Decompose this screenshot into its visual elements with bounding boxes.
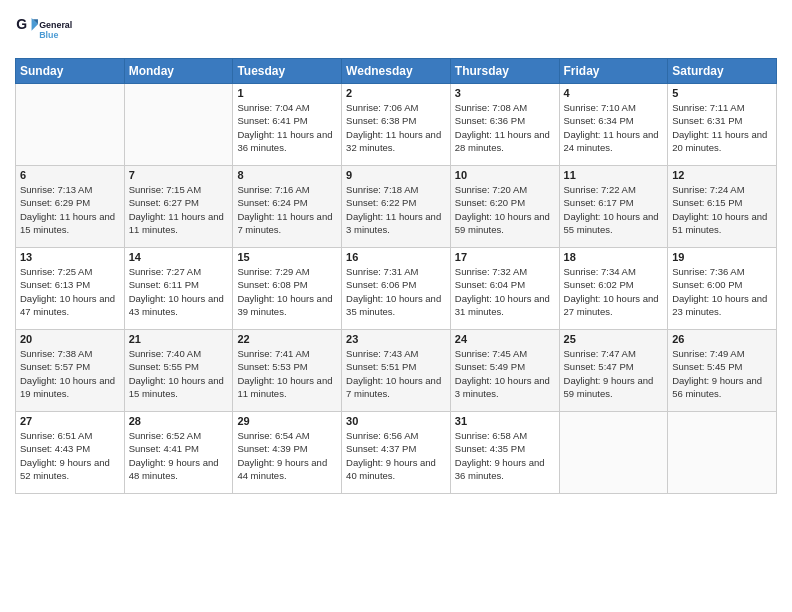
calendar-cell: 26Sunrise: 7:49 AM Sunset: 5:45 PM Dayli… — [668, 330, 777, 412]
calendar-cell — [124, 84, 233, 166]
day-info: Sunrise: 6:54 AM Sunset: 4:39 PM Dayligh… — [237, 429, 337, 482]
day-info: Sunrise: 7:29 AM Sunset: 6:08 PM Dayligh… — [237, 265, 337, 318]
weekday-tuesday: Tuesday — [233, 59, 342, 84]
day-info: Sunrise: 7:20 AM Sunset: 6:20 PM Dayligh… — [455, 183, 555, 236]
logo-svg: General Blue G — [15, 10, 85, 50]
day-info: Sunrise: 7:36 AM Sunset: 6:00 PM Dayligh… — [672, 265, 772, 318]
day-info: Sunrise: 7:43 AM Sunset: 5:51 PM Dayligh… — [346, 347, 446, 400]
svg-text:General: General — [39, 20, 72, 30]
weekday-header-row: SundayMondayTuesdayWednesdayThursdayFrid… — [16, 59, 777, 84]
week-row-1: 1Sunrise: 7:04 AM Sunset: 6:41 PM Daylig… — [16, 84, 777, 166]
week-row-4: 20Sunrise: 7:38 AM Sunset: 5:57 PM Dayli… — [16, 330, 777, 412]
day-number: 13 — [20, 251, 120, 263]
day-number: 14 — [129, 251, 229, 263]
weekday-friday: Friday — [559, 59, 668, 84]
day-info: Sunrise: 7:41 AM Sunset: 5:53 PM Dayligh… — [237, 347, 337, 400]
calendar-cell: 4Sunrise: 7:10 AM Sunset: 6:34 PM Daylig… — [559, 84, 668, 166]
calendar-cell: 3Sunrise: 7:08 AM Sunset: 6:36 PM Daylig… — [450, 84, 559, 166]
day-info: Sunrise: 6:52 AM Sunset: 4:41 PM Dayligh… — [129, 429, 229, 482]
week-row-2: 6Sunrise: 7:13 AM Sunset: 6:29 PM Daylig… — [16, 166, 777, 248]
calendar-cell: 6Sunrise: 7:13 AM Sunset: 6:29 PM Daylig… — [16, 166, 125, 248]
calendar-cell — [16, 84, 125, 166]
calendar-cell: 8Sunrise: 7:16 AM Sunset: 6:24 PM Daylig… — [233, 166, 342, 248]
day-info: Sunrise: 7:08 AM Sunset: 6:36 PM Dayligh… — [455, 101, 555, 154]
day-info: Sunrise: 7:10 AM Sunset: 6:34 PM Dayligh… — [564, 101, 664, 154]
day-info: Sunrise: 6:56 AM Sunset: 4:37 PM Dayligh… — [346, 429, 446, 482]
day-info: Sunrise: 7:22 AM Sunset: 6:17 PM Dayligh… — [564, 183, 664, 236]
calendar-cell: 28Sunrise: 6:52 AM Sunset: 4:41 PM Dayli… — [124, 412, 233, 494]
day-info: Sunrise: 7:34 AM Sunset: 6:02 PM Dayligh… — [564, 265, 664, 318]
calendar-cell: 17Sunrise: 7:32 AM Sunset: 6:04 PM Dayli… — [450, 248, 559, 330]
weekday-wednesday: Wednesday — [342, 59, 451, 84]
day-number: 31 — [455, 415, 555, 427]
calendar-cell: 14Sunrise: 7:27 AM Sunset: 6:11 PM Dayli… — [124, 248, 233, 330]
calendar-cell: 27Sunrise: 6:51 AM Sunset: 4:43 PM Dayli… — [16, 412, 125, 494]
calendar-cell: 30Sunrise: 6:56 AM Sunset: 4:37 PM Dayli… — [342, 412, 451, 494]
calendar-cell: 29Sunrise: 6:54 AM Sunset: 4:39 PM Dayli… — [233, 412, 342, 494]
calendar-cell: 31Sunrise: 6:58 AM Sunset: 4:35 PM Dayli… — [450, 412, 559, 494]
calendar-cell: 5Sunrise: 7:11 AM Sunset: 6:31 PM Daylig… — [668, 84, 777, 166]
day-number: 27 — [20, 415, 120, 427]
day-number: 28 — [129, 415, 229, 427]
day-number: 17 — [455, 251, 555, 263]
weekday-thursday: Thursday — [450, 59, 559, 84]
day-info: Sunrise: 7:11 AM Sunset: 6:31 PM Dayligh… — [672, 101, 772, 154]
svg-text:G: G — [16, 16, 27, 32]
calendar-cell: 9Sunrise: 7:18 AM Sunset: 6:22 PM Daylig… — [342, 166, 451, 248]
day-number: 26 — [672, 333, 772, 345]
day-info: Sunrise: 7:18 AM Sunset: 6:22 PM Dayligh… — [346, 183, 446, 236]
header: General Blue G — [15, 10, 777, 50]
day-number: 15 — [237, 251, 337, 263]
day-info: Sunrise: 7:27 AM Sunset: 6:11 PM Dayligh… — [129, 265, 229, 318]
day-number: 10 — [455, 169, 555, 181]
calendar-cell: 20Sunrise: 7:38 AM Sunset: 5:57 PM Dayli… — [16, 330, 125, 412]
day-number: 3 — [455, 87, 555, 99]
calendar-cell: 24Sunrise: 7:45 AM Sunset: 5:49 PM Dayli… — [450, 330, 559, 412]
day-number: 19 — [672, 251, 772, 263]
day-info: Sunrise: 6:51 AM Sunset: 4:43 PM Dayligh… — [20, 429, 120, 482]
day-number: 7 — [129, 169, 229, 181]
day-info: Sunrise: 7:15 AM Sunset: 6:27 PM Dayligh… — [129, 183, 229, 236]
day-number: 9 — [346, 169, 446, 181]
calendar-cell: 1Sunrise: 7:04 AM Sunset: 6:41 PM Daylig… — [233, 84, 342, 166]
weekday-monday: Monday — [124, 59, 233, 84]
day-info: Sunrise: 7:24 AM Sunset: 6:15 PM Dayligh… — [672, 183, 772, 236]
day-info: Sunrise: 7:04 AM Sunset: 6:41 PM Dayligh… — [237, 101, 337, 154]
day-info: Sunrise: 7:25 AM Sunset: 6:13 PM Dayligh… — [20, 265, 120, 318]
calendar-cell: 25Sunrise: 7:47 AM Sunset: 5:47 PM Dayli… — [559, 330, 668, 412]
day-info: Sunrise: 7:06 AM Sunset: 6:38 PM Dayligh… — [346, 101, 446, 154]
day-number: 6 — [20, 169, 120, 181]
calendar-cell: 19Sunrise: 7:36 AM Sunset: 6:00 PM Dayli… — [668, 248, 777, 330]
calendar-cell — [668, 412, 777, 494]
calendar-cell — [559, 412, 668, 494]
day-number: 5 — [672, 87, 772, 99]
day-number: 21 — [129, 333, 229, 345]
day-number: 20 — [20, 333, 120, 345]
day-info: Sunrise: 7:31 AM Sunset: 6:06 PM Dayligh… — [346, 265, 446, 318]
calendar-cell: 15Sunrise: 7:29 AM Sunset: 6:08 PM Dayli… — [233, 248, 342, 330]
day-number: 24 — [455, 333, 555, 345]
day-number: 29 — [237, 415, 337, 427]
day-info: Sunrise: 7:16 AM Sunset: 6:24 PM Dayligh… — [237, 183, 337, 236]
calendar-cell: 13Sunrise: 7:25 AM Sunset: 6:13 PM Dayli… — [16, 248, 125, 330]
day-number: 30 — [346, 415, 446, 427]
logo: General Blue G — [15, 10, 85, 50]
day-number: 18 — [564, 251, 664, 263]
calendar-cell: 10Sunrise: 7:20 AM Sunset: 6:20 PM Dayli… — [450, 166, 559, 248]
calendar-cell: 23Sunrise: 7:43 AM Sunset: 5:51 PM Dayli… — [342, 330, 451, 412]
calendar-table: SundayMondayTuesdayWednesdayThursdayFrid… — [15, 58, 777, 494]
day-info: Sunrise: 7:38 AM Sunset: 5:57 PM Dayligh… — [20, 347, 120, 400]
calendar-cell: 18Sunrise: 7:34 AM Sunset: 6:02 PM Dayli… — [559, 248, 668, 330]
day-number: 16 — [346, 251, 446, 263]
weekday-sunday: Sunday — [16, 59, 125, 84]
calendar-cell: 12Sunrise: 7:24 AM Sunset: 6:15 PM Dayli… — [668, 166, 777, 248]
weekday-saturday: Saturday — [668, 59, 777, 84]
day-info: Sunrise: 7:45 AM Sunset: 5:49 PM Dayligh… — [455, 347, 555, 400]
calendar-cell: 7Sunrise: 7:15 AM Sunset: 6:27 PM Daylig… — [124, 166, 233, 248]
day-info: Sunrise: 7:49 AM Sunset: 5:45 PM Dayligh… — [672, 347, 772, 400]
day-number: 22 — [237, 333, 337, 345]
day-number: 8 — [237, 169, 337, 181]
day-number: 4 — [564, 87, 664, 99]
calendar-cell: 2Sunrise: 7:06 AM Sunset: 6:38 PM Daylig… — [342, 84, 451, 166]
calendar-cell: 11Sunrise: 7:22 AM Sunset: 6:17 PM Dayli… — [559, 166, 668, 248]
